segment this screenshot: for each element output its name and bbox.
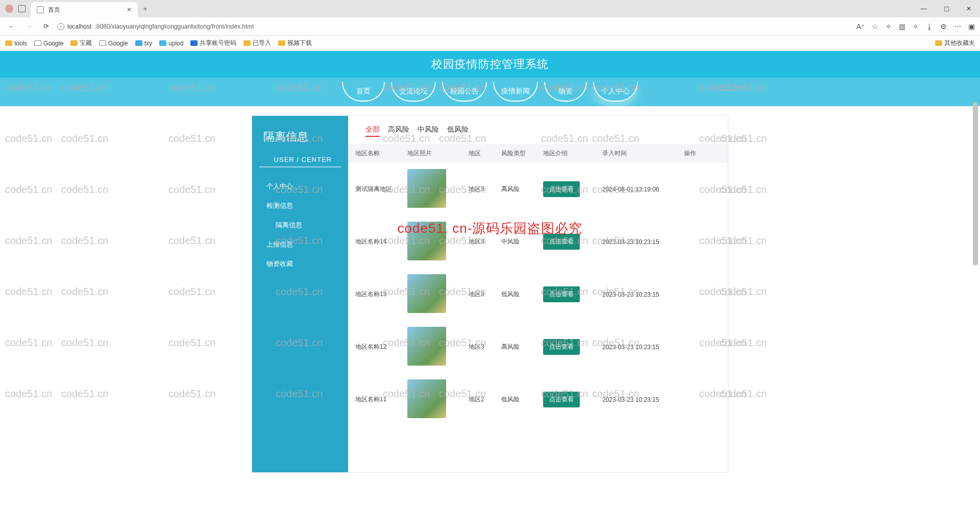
cell-time: 2023-03-23 10:23:15 <box>599 344 681 351</box>
main-panel: 全部高风险中风险低风险 地区名称 地区照片 地区 风险类型 地区介绍 录入时间 … <box>348 116 728 472</box>
browser-tab-active[interactable]: 首页 ✕ <box>31 2 138 17</box>
forward-button[interactable]: → <box>22 20 35 33</box>
nav-item[interactable]: 个人中心 <box>593 82 638 102</box>
content-frame: 隔离信息 USER / CENTER 个人中心检测信息隔离信息上报信息物资收藏 … <box>252 115 728 473</box>
cell-region: 地区2 <box>465 395 498 404</box>
col-header-name: 地区名称 <box>348 149 404 158</box>
table-row: 地区名称14地区3中风险点击查看2023-03-23 10:23:15 <box>348 215 728 268</box>
cell-time: 2023-03-23 10:23:15 <box>599 396 681 403</box>
window-minimize-button[interactable]: ― <box>913 0 935 17</box>
titlebar-left-icons <box>0 0 31 17</box>
bookmark-item[interactable]: tools <box>5 39 27 47</box>
collections-icon[interactable]: ✧ <box>913 22 919 31</box>
thumbnail-image <box>407 379 446 418</box>
nav-item[interactable]: 首页 <box>342 82 385 102</box>
filter-tab[interactable]: 高风险 <box>388 125 409 137</box>
performance-icon[interactable]: ⚙ <box>940 22 947 31</box>
more-icon[interactable]: ⋯ <box>954 22 961 31</box>
read-aloud-icon[interactable]: A⁺ <box>856 22 865 31</box>
view-button[interactable]: 点击查看 <box>543 234 580 250</box>
window-close-button[interactable]: ✕ <box>958 0 980 17</box>
cell-name: 地区名称12 <box>348 343 404 351</box>
filter-tabs: 全部高风险中风险低风险 <box>348 125 728 144</box>
profile-icon[interactable] <box>5 5 13 13</box>
col-header-op: 操作 <box>681 149 712 158</box>
scrollbar-thumb[interactable] <box>973 102 978 265</box>
toolbar-right-icons: A⁺ ☆ ✧ ▥ ✧ ⭳ ⚙ ⋯ ▣ <box>856 22 975 31</box>
sidebar-item[interactable]: 上报信息 <box>252 235 348 254</box>
bookmark-label: 视频下载 <box>287 39 312 47</box>
cell-intro: 点击查看 <box>540 181 599 197</box>
bookmark-label: 已导入 <box>253 39 271 47</box>
back-button[interactable]: ← <box>5 20 17 33</box>
sidebar-toggle-icon[interactable]: ▣ <box>968 22 975 31</box>
tab-title: 首页 <box>48 6 60 14</box>
folder-icon <box>278 40 285 46</box>
folder-icon <box>5 40 12 46</box>
cell-photo <box>404 274 465 315</box>
bookmark-item[interactable]: 共享账号密码 <box>190 39 236 47</box>
folder-icon <box>190 40 198 46</box>
nav-item[interactable]: 疫情新闻 <box>493 82 538 102</box>
folder-icon <box>935 40 942 46</box>
page-icon <box>37 6 44 13</box>
cell-risk: 高风险 <box>498 343 540 351</box>
split-screen-icon[interactable]: ▥ <box>899 22 905 31</box>
downloads-icon[interactable]: ⭳ <box>926 22 933 31</box>
folder-icon <box>34 40 41 46</box>
cell-time: 2023-03-23 10:23:15 <box>599 291 681 298</box>
close-icon[interactable]: ✕ <box>127 6 132 13</box>
cell-intro: 点击查看 <box>540 392 599 407</box>
cell-name: 地区名称11 <box>348 395 404 404</box>
sidebar-item[interactable]: 隔离信息 <box>252 215 348 235</box>
view-button[interactable]: 点击查看 <box>543 392 580 407</box>
bookmark-item[interactable]: 已导入 <box>243 39 271 47</box>
window-maximize-button[interactable]: ▢ <box>935 0 958 17</box>
url-path: :8080/xiaoyuanyiqingfangkongguanlixitong… <box>94 23 254 30</box>
sidebar-item[interactable]: 物资收藏 <box>252 254 348 274</box>
favorite-icon[interactable]: ☆ <box>872 22 878 31</box>
filter-tab[interactable]: 中风险 <box>418 125 439 137</box>
nav-item[interactable]: 校园公告 <box>442 82 487 102</box>
folder-icon <box>70 40 78 46</box>
table-row: 地区名称12地区3高风险点击查看2023-03-23 10:23:15 <box>348 321 728 373</box>
cell-intro: 点击查看 <box>540 234 599 250</box>
cell-risk: 中风险 <box>498 237 540 246</box>
vertical-scrollbar[interactable] <box>972 102 979 460</box>
extensions-icon[interactable]: ✧ <box>886 22 892 31</box>
bookmark-item[interactable]: Google <box>99 39 128 47</box>
table-row: 测试隔离地区地区3高风险点击查看2024-08-01 13:19:06 <box>348 163 728 215</box>
view-button[interactable]: 点击查看 <box>543 181 580 197</box>
col-header-photo: 地区照片 <box>404 149 465 158</box>
cell-region: 地区3 <box>465 290 498 299</box>
folder-icon <box>159 40 166 46</box>
sidebar-item[interactable]: 个人中心 <box>252 177 348 196</box>
refresh-button[interactable]: ⟳ <box>40 20 52 33</box>
sidebar-item[interactable]: 检测信息 <box>252 196 348 215</box>
filter-tab[interactable]: 全部 <box>365 125 380 137</box>
new-tab-button[interactable]: ＋ <box>138 0 152 17</box>
url-input[interactable]: i localhost:8080/xiaoyuanyiqingfangkongg… <box>57 23 851 30</box>
browser-address-bar: ← → ⟳ i localhost:8080/xiaoyuanyiqingfan… <box>0 17 980 36</box>
view-button[interactable]: 点击查看 <box>543 286 580 302</box>
bookmark-item[interactable]: txy <box>135 39 152 47</box>
bookmarks-bar: toolsGoogle宝藏Googletxyuplod共享账号密码已导入视频下载… <box>0 36 980 51</box>
cell-region: 地区3 <box>465 237 498 246</box>
tabs-overview-icon[interactable] <box>18 5 26 12</box>
site-info-icon[interactable]: i <box>57 23 64 30</box>
bookmark-item[interactable]: Google <box>34 39 63 47</box>
bookmark-label: uplod <box>168 40 183 47</box>
bookmark-item[interactable]: uplod <box>159 39 183 47</box>
filter-tab[interactable]: 低风险 <box>447 125 469 137</box>
cell-name: 测试隔离地区 <box>348 185 404 194</box>
other-bookmarks-folder[interactable]: 其他收藏夹 <box>935 39 975 47</box>
bookmark-item[interactable]: 宝藏 <box>70 39 92 47</box>
thumbnail-image <box>407 274 446 313</box>
view-button[interactable]: 点击查看 <box>543 339 580 355</box>
cell-name: 地区名称13 <box>348 290 404 299</box>
nav-item[interactable]: 交流论坛 <box>391 82 436 102</box>
nav-item[interactable]: 物资 <box>544 82 587 102</box>
bookmark-item[interactable]: 视频下载 <box>278 39 312 47</box>
cell-risk: 低风险 <box>498 395 540 404</box>
col-header-risk: 风险类型 <box>498 149 540 158</box>
